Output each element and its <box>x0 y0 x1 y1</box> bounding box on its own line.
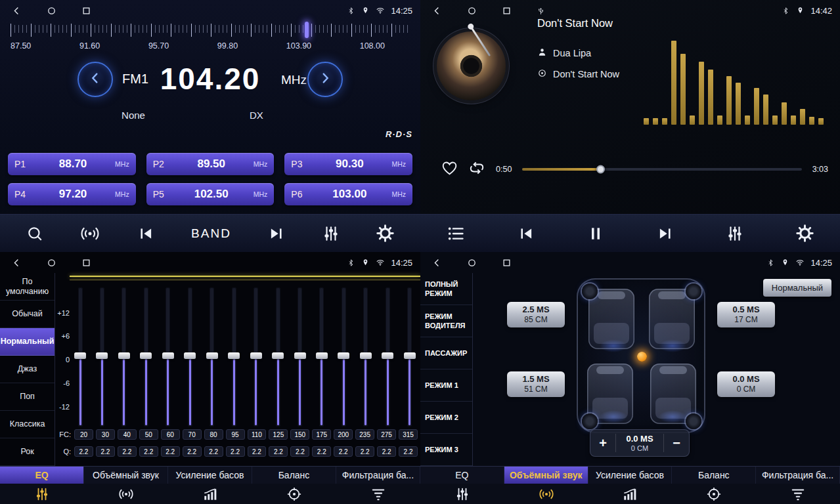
recents-icon[interactable] <box>502 6 512 16</box>
fc-value[interactable]: 275 <box>377 429 396 440</box>
fc-value[interactable]: 30 <box>96 429 115 440</box>
slider-handle[interactable] <box>96 352 108 359</box>
balance-icon[interactable] <box>252 484 336 504</box>
q-value[interactable]: 2.2 <box>118 446 137 457</box>
surround-icon[interactable] <box>84 484 168 504</box>
home-icon[interactable] <box>467 6 477 16</box>
eq-band-slider[interactable] <box>162 287 175 427</box>
seek-bar[interactable] <box>522 168 801 171</box>
favorite-icon[interactable] <box>441 160 458 179</box>
filter-icon[interactable] <box>756 484 840 504</box>
recents-icon[interactable] <box>81 258 91 268</box>
fc-value[interactable]: 200 <box>334 429 353 440</box>
slider-handle[interactable] <box>294 352 306 359</box>
preset-button[interactable]: P1 88.70 MHz <box>8 153 136 175</box>
q-value[interactable]: 2.2 <box>248 446 267 457</box>
pause-icon[interactable] <box>587 225 604 242</box>
slider-handle[interactable] <box>184 352 196 359</box>
listening-position-marker[interactable] <box>637 352 647 362</box>
front-left-delay-button[interactable]: 2.5 MS 85 CM <box>507 302 565 327</box>
eq-band-slider[interactable] <box>359 287 372 427</box>
q-value[interactable]: 2.2 <box>312 446 331 457</box>
eq-band-slider[interactable] <box>294 287 307 427</box>
eq-preset-classic[interactable]: Классика <box>0 411 55 438</box>
eq-preset-rock[interactable]: Рок <box>0 438 55 466</box>
mode-1[interactable]: РЕЖИМ 1 <box>420 369 472 402</box>
increase-button[interactable]: + <box>590 436 615 451</box>
eq-band-slider[interactable] <box>139 287 152 427</box>
fc-value[interactable]: 60 <box>161 429 180 440</box>
mode-full[interactable]: ПОЛНЫЙ РЕЖИМ <box>420 273 472 305</box>
tab-surround[interactable]: Объёмный звук <box>84 467 168 484</box>
eq-band-slider[interactable] <box>74 287 87 427</box>
tune-up-button[interactable] <box>307 62 343 97</box>
back-icon[interactable] <box>432 6 442 16</box>
slider-handle[interactable] <box>118 352 130 359</box>
eq-preset-normal[interactable]: Нормальный <box>0 328 55 356</box>
q-value[interactable]: 2.2 <box>355 446 374 457</box>
eq-band-slider[interactable] <box>403 287 416 427</box>
q-value[interactable]: 2.2 <box>96 446 115 457</box>
slider-handle[interactable] <box>382 352 393 359</box>
slider-handle[interactable] <box>316 352 328 359</box>
fc-value[interactable]: 40 <box>118 429 137 440</box>
fc-value[interactable]: 70 <box>183 429 202 440</box>
previous-icon[interactable] <box>518 225 535 242</box>
filter-icon[interactable] <box>336 484 420 504</box>
rear-right-delay-button[interactable]: 0.0 MS 0 CM <box>717 371 775 397</box>
fc-value[interactable]: 110 <box>248 429 267 440</box>
tab-balance[interactable]: Баланс <box>252 467 336 484</box>
fc-value[interactable]: 80 <box>204 429 223 440</box>
preset-button[interactable]: P3 90.30 MHz <box>284 153 412 175</box>
mixer-icon[interactable] <box>726 225 743 242</box>
tab-bass-boost[interactable]: Усиление басов <box>588 467 673 484</box>
tab-filter[interactable]: Фильтрация ба... <box>336 467 420 484</box>
eq-icon[interactable] <box>0 484 84 504</box>
balance-icon[interactable] <box>672 484 756 504</box>
eq-band-slider[interactable] <box>95 287 108 427</box>
next-icon[interactable] <box>657 225 674 242</box>
mode-passenger[interactable]: ПАССАЖИР <box>420 337 472 369</box>
q-value[interactable]: 2.2 <box>74 446 93 457</box>
q-value[interactable]: 2.2 <box>139 446 158 457</box>
scan-icon[interactable] <box>26 225 43 242</box>
slider-handle[interactable] <box>404 352 416 359</box>
band-button[interactable]: BAND <box>191 226 231 241</box>
slider-handle[interactable] <box>74 352 86 359</box>
home-icon[interactable] <box>47 258 56 268</box>
eq-band-slider[interactable] <box>227 287 240 427</box>
eq-band-slider[interactable] <box>183 287 196 427</box>
fc-value[interactable]: 175 <box>312 429 331 440</box>
recents-icon[interactable] <box>502 258 512 268</box>
profile-button[interactable]: Нормальный <box>763 279 831 297</box>
slider-handle[interactable] <box>140 352 152 359</box>
q-value[interactable]: 2.2 <box>290 446 309 457</box>
tab-bass-boost[interactable]: Усиление басов <box>168 467 252 484</box>
mode-driver[interactable]: РЕЖИМ ВОДИТЕЛЯ <box>420 305 472 337</box>
settings-icon[interactable] <box>796 224 814 242</box>
fc-value[interactable]: 235 <box>355 429 374 440</box>
preset-button[interactable]: P4 97.20 MHz <box>8 183 136 205</box>
tab-surround[interactable]: Объёмный звук <box>504 467 588 484</box>
slider-handle[interactable] <box>338 352 349 359</box>
preset-button[interactable]: P6 103.00 MHz <box>284 183 412 205</box>
fc-value[interactable]: 20 <box>74 429 93 440</box>
fc-value[interactable]: 150 <box>290 429 309 440</box>
broadcast-icon[interactable] <box>80 224 100 243</box>
eq-preset-custom[interactable]: Обычай <box>0 301 55 328</box>
mode-3[interactable]: РЕЖИМ 3 <box>420 434 472 466</box>
next-icon[interactable] <box>268 225 285 242</box>
bass-boost-icon[interactable] <box>168 484 252 504</box>
eq-band-slider[interactable] <box>337 287 350 427</box>
eq-band-slider[interactable] <box>315 287 328 427</box>
tab-filter[interactable]: Фильтрация ба... <box>756 467 840 484</box>
eq-band-slider[interactable] <box>250 287 263 427</box>
previous-icon[interactable] <box>137 225 154 242</box>
front-right-delay-button[interactable]: 0.5 MS 17 CM <box>717 302 775 327</box>
back-icon[interactable] <box>12 6 22 16</box>
preset-button[interactable]: P5 102.50 MHz <box>146 183 275 205</box>
recents-icon[interactable] <box>81 6 91 16</box>
q-value[interactable]: 2.2 <box>269 446 288 457</box>
rear-left-delay-button[interactable]: 1.5 MS 51 CM <box>507 371 565 397</box>
playlist-icon[interactable] <box>447 224 465 243</box>
